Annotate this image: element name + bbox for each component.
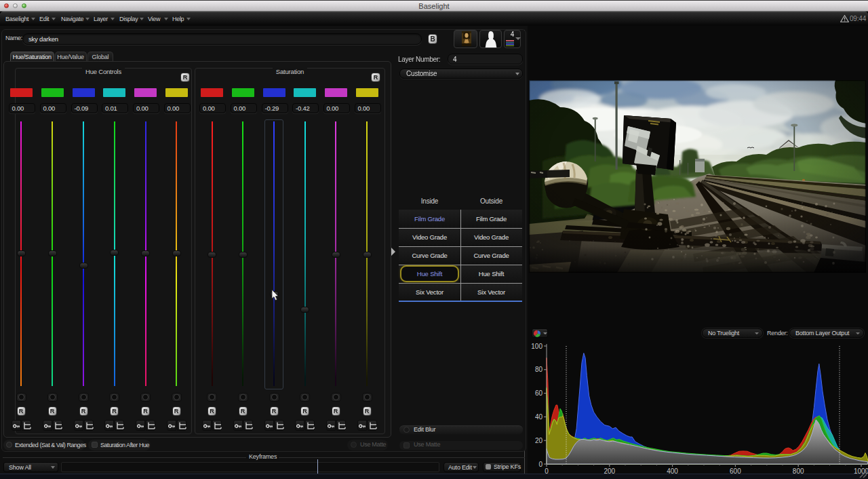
svg-text:100: 100 (531, 343, 542, 350)
svg-text:0: 0 (545, 467, 549, 475)
svg-text:400: 400 (667, 467, 678, 475)
svg-text:600: 600 (730, 467, 741, 475)
svg-text:60: 60 (535, 389, 543, 397)
svg-text:0: 0 (538, 461, 542, 468)
svg-text:800: 800 (793, 467, 804, 475)
svg-text:80: 80 (535, 366, 543, 373)
svg-text:200: 200 (604, 467, 615, 475)
svg-text:20: 20 (535, 437, 543, 444)
svg-text:40: 40 (535, 413, 543, 421)
